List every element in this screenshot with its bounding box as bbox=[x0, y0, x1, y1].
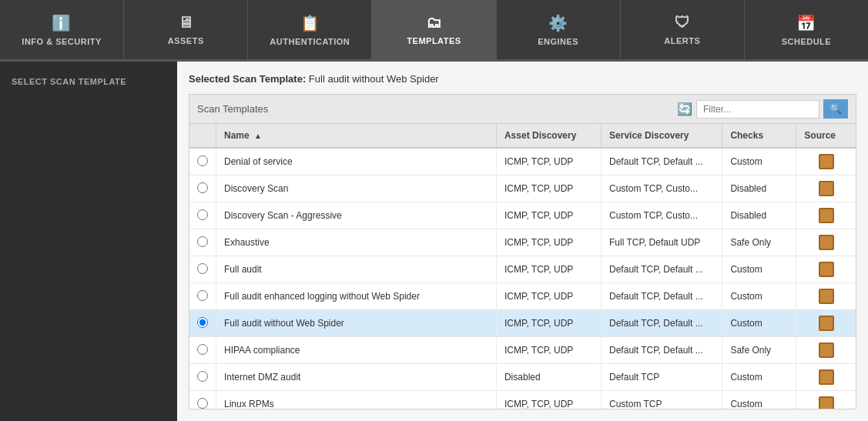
table-row[interactable]: Internet DMZ auditDisabledDefault TCPCus… bbox=[189, 364, 856, 391]
col-asset-discovery: Asset Discovery bbox=[496, 124, 601, 148]
content-area: SELECT SCAN TEMPLATE Selected Scan Templ… bbox=[0, 62, 868, 421]
row-radio-input[interactable] bbox=[197, 155, 208, 166]
table-row[interactable]: Denial of serviceICMP, TCP, UDPDefault T… bbox=[189, 148, 856, 175]
table-row[interactable]: Discovery Scan - AggressiveICMP, TCP, UD… bbox=[189, 202, 856, 229]
calendar-icon: 📅 bbox=[796, 14, 816, 32]
row-radio-input[interactable] bbox=[197, 263, 208, 274]
col-select bbox=[189, 124, 216, 148]
refresh-button[interactable]: 🔄 bbox=[677, 102, 692, 116]
nav-item-schedule[interactable]: 📅 SCHEDULE bbox=[745, 0, 868, 59]
row-checks: Safe Only bbox=[722, 229, 796, 256]
row-checks: Custom bbox=[722, 148, 796, 175]
sidebar-label: SELECT SCAN TEMPLATE bbox=[12, 77, 126, 86]
table-header-row: Name ▲ Asset Discovery Service Discovery… bbox=[189, 124, 856, 148]
row-source bbox=[796, 148, 856, 175]
row-name: Exhaustive bbox=[216, 229, 497, 256]
row-radio-cell bbox=[189, 364, 216, 391]
source-package-icon bbox=[819, 235, 834, 250]
row-name: Full audit bbox=[216, 256, 497, 283]
col-service-discovery: Service Discovery bbox=[602, 124, 722, 148]
row-asset-discovery: ICMP, TCP, UDP bbox=[496, 202, 601, 229]
row-radio-cell bbox=[189, 148, 216, 175]
row-service-discovery: Default TCP, Default ... bbox=[602, 337, 722, 364]
row-service-discovery: Full TCP, Default UDP bbox=[602, 229, 722, 256]
row-radio-input[interactable] bbox=[197, 209, 208, 220]
scan-templates-table: Name ▲ Asset Discovery Service Discovery… bbox=[189, 124, 856, 409]
row-asset-discovery: ICMP, TCP, UDP bbox=[496, 229, 601, 256]
nav-item-assets[interactable]: 🖥 ASSETS bbox=[124, 0, 248, 59]
row-service-discovery: Custom TCP, Custo... bbox=[602, 175, 722, 202]
selected-template-value: Full audit without Web Spider bbox=[309, 73, 439, 85]
row-name: Discovery Scan - Aggressive bbox=[216, 202, 497, 229]
filter-input[interactable] bbox=[696, 100, 819, 119]
row-checks: Custom bbox=[722, 256, 796, 283]
nav-item-templates[interactable]: 🗂 TEMPLATES bbox=[372, 0, 496, 59]
table-row[interactable]: Discovery ScanICMP, TCP, UDPCustom TCP, … bbox=[189, 175, 856, 202]
filter-search-button[interactable]: 🔍 bbox=[823, 99, 848, 119]
row-asset-discovery: ICMP, TCP, UDP bbox=[496, 256, 601, 283]
table-row[interactable]: ExhaustiveICMP, TCP, UDPFull TCP, Defaul… bbox=[189, 229, 856, 256]
row-source bbox=[796, 256, 856, 283]
row-service-discovery: Default TCP bbox=[602, 364, 722, 391]
col-name[interactable]: Name ▲ bbox=[216, 124, 497, 148]
row-radio-input[interactable] bbox=[197, 398, 208, 409]
nav-label-info-security: INFO & SECURITY bbox=[22, 37, 101, 46]
table-row[interactable]: Linux RPMsICMP, TCP, UDPCustom TCPCustom bbox=[189, 391, 856, 409]
table-scroll-area[interactable]: Name ▲ Asset Discovery Service Discovery… bbox=[189, 124, 856, 409]
source-package-icon bbox=[819, 396, 834, 409]
nav-item-info-security[interactable]: ℹ️ INFO & SECURITY bbox=[0, 0, 124, 59]
table-row[interactable]: Full audit without Web SpiderICMP, TCP, … bbox=[189, 310, 856, 337]
row-name: Denial of service bbox=[216, 148, 497, 175]
row-radio-input[interactable] bbox=[197, 317, 208, 328]
row-radio-input[interactable] bbox=[197, 371, 208, 382]
row-radio-cell bbox=[189, 337, 216, 364]
row-radio-input[interactable] bbox=[197, 290, 208, 301]
row-radio-input[interactable] bbox=[197, 344, 208, 355]
nav-item-engines[interactable]: ⚙️ ENGINES bbox=[497, 0, 621, 59]
col-source: Source bbox=[796, 124, 856, 148]
row-name: Full audit enhanced logging without Web … bbox=[216, 283, 497, 310]
row-radio-input[interactable] bbox=[197, 182, 208, 193]
table-row[interactable]: Full audit enhanced logging without Web … bbox=[189, 283, 856, 310]
table-row[interactable]: Full auditICMP, TCP, UDPDefault TCP, Def… bbox=[189, 256, 856, 283]
selected-template-label: Selected Scan Template: bbox=[189, 73, 306, 85]
row-checks: Disabled bbox=[722, 175, 796, 202]
source-package-icon bbox=[819, 154, 834, 169]
row-radio-cell bbox=[189, 283, 216, 310]
sidebar: SELECT SCAN TEMPLATE bbox=[0, 62, 177, 421]
row-radio-cell bbox=[189, 310, 216, 337]
row-radio-cell bbox=[189, 175, 216, 202]
nav-item-alerts[interactable]: 🛡 ALERTS bbox=[621, 0, 745, 59]
nav-label-templates: TEMPLATES bbox=[407, 36, 461, 45]
row-radio-cell bbox=[189, 256, 216, 283]
shield-icon: 🛡 bbox=[675, 14, 691, 32]
toolbar-right: 🔄 🔍 bbox=[677, 99, 848, 119]
row-asset-discovery: ICMP, TCP, UDP bbox=[496, 391, 601, 409]
row-checks: Safe Only bbox=[722, 337, 796, 364]
col-checks: Checks bbox=[722, 124, 796, 148]
row-checks: Custom bbox=[722, 283, 796, 310]
row-service-discovery: Custom TCP, Custo... bbox=[602, 202, 722, 229]
row-service-discovery: Default TCP, Default ... bbox=[602, 283, 722, 310]
row-name: Linux RPMs bbox=[216, 391, 497, 409]
scan-templates-panel: Scan Templates 🔄 🔍 Name ▲ bbox=[189, 94, 856, 409]
row-radio-cell bbox=[189, 391, 216, 409]
gear-icon: ⚙️ bbox=[548, 14, 568, 32]
table-row[interactable]: HIPAA complianceICMP, TCP, UDPDefault TC… bbox=[189, 337, 856, 364]
row-service-discovery: Default TCP, Default ... bbox=[602, 310, 722, 337]
row-checks: Custom bbox=[722, 310, 796, 337]
row-service-discovery: Default TCP, Default ... bbox=[602, 148, 722, 175]
row-radio-input[interactable] bbox=[197, 236, 208, 247]
nav-label-engines: ENGINES bbox=[538, 37, 578, 46]
nav-item-authentication[interactable]: 📋 AUTHENTICATION bbox=[248, 0, 372, 59]
nav-label-assets: ASSETS bbox=[168, 36, 204, 45]
row-asset-discovery: ICMP, TCP, UDP bbox=[496, 148, 601, 175]
row-asset-discovery: ICMP, TCP, UDP bbox=[496, 310, 601, 337]
sort-arrow-icon: ▲ bbox=[254, 132, 262, 140]
row-asset-discovery: Disabled bbox=[496, 364, 601, 391]
source-package-icon bbox=[819, 369, 834, 385]
nav-label-authentication: AUTHENTICATION bbox=[270, 37, 350, 46]
source-package-icon bbox=[819, 208, 834, 223]
row-name: Full audit without Web Spider bbox=[216, 310, 497, 337]
nav-label-alerts: ALERTS bbox=[664, 36, 700, 45]
